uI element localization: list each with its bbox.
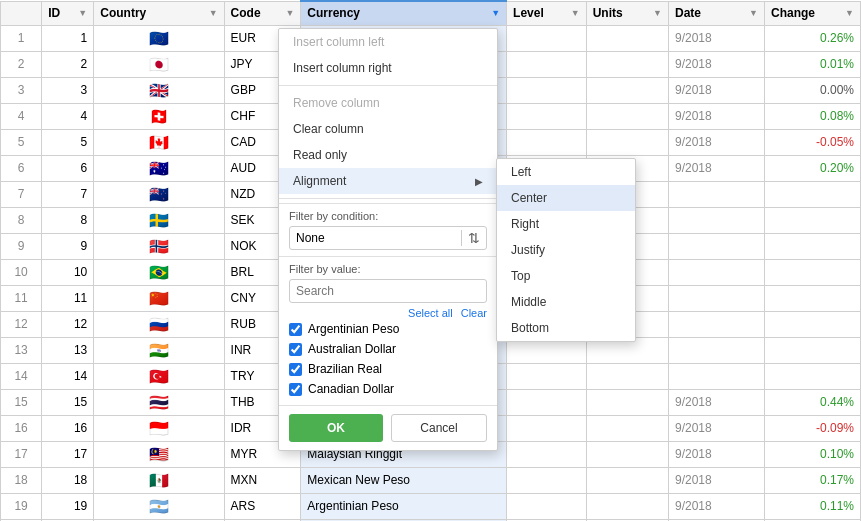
filter-value-section: Filter by value: Select all Clear Argent… [279,256,497,405]
col-header-units[interactable]: Units ▼ [586,1,668,25]
cell-change [765,207,861,233]
cancel-button[interactable]: Cancel [391,414,487,442]
col-header-country[interactable]: Country ▼ [94,1,224,25]
cell-change: 0.10% [765,441,861,467]
cell-flag: 🇦🇷 [94,493,224,519]
cell-rownum: 2 [1,51,42,77]
cell-level [507,493,587,519]
alignment-option-center[interactable]: Center [497,185,635,211]
table-row: 18 18 🇲🇽 MXN Mexican New Peso 9/2018 0.1… [1,467,861,493]
cell-id: 4 [42,103,94,129]
alignment-option-middle[interactable]: Middle [497,289,635,315]
cell-change: 0.11% [765,493,861,519]
menu-item-clear-column[interactable]: Clear column [279,116,497,142]
checkbox-input-2[interactable] [289,363,302,376]
alignment-option-top[interactable]: Top [497,263,635,289]
cell-change: 0.01% [765,51,861,77]
cell-date [668,363,764,389]
col-header-currency[interactable]: Currency ▼ [301,1,507,25]
cell-rownum: 11 [1,285,42,311]
cell-level [507,363,587,389]
cell-units [586,363,668,389]
filter-search-wrapper [289,279,487,303]
cell-flag: 🇸🇪 [94,207,224,233]
cell-date: 9/2018 [668,129,764,155]
sort-icon-change: ▼ [845,8,854,18]
menu-item-alignment[interactable]: Alignment ▶ [279,168,497,194]
sort-icon-id: ▼ [78,8,87,18]
cell-level [507,51,587,77]
sort-icon-country: ▼ [209,8,218,18]
cell-flag: 🇲🇽 [94,467,224,493]
cell-change [765,285,861,311]
clear-link[interactable]: Clear [461,307,487,319]
filter-condition-section: Filter by condition: None ⇅ [279,203,497,256]
col-header-id[interactable]: ID ▼ [42,1,94,25]
cell-date: 9/2018 [668,25,764,51]
cell-level [507,103,587,129]
menu-item-read-only[interactable]: Read only [279,142,497,168]
cell-date [668,311,764,337]
col-header-level[interactable]: Level ▼ [507,1,587,25]
alignment-option-right[interactable]: Right [497,211,635,237]
cell-level [507,77,587,103]
col-header-change[interactable]: Change ▼ [765,1,861,25]
select-arrow-icon[interactable]: ⇅ [461,230,486,246]
table-row: 19 19 🇦🇷 ARS Argentinian Peso 9/2018 0.1… [1,493,861,519]
filter-condition-select[interactable]: None [290,227,461,249]
cell-change: 0.17% [765,467,861,493]
cell-flag: 🇬🇧 [94,77,224,103]
cell-flag: 🇦🇺 [94,155,224,181]
cell-rownum: 16 [1,415,42,441]
alignment-option-bottom[interactable]: Bottom [497,315,635,341]
cell-rownum: 18 [1,467,42,493]
sort-icon-date: ▼ [749,8,758,18]
sort-icon-level: ▼ [571,8,580,18]
cell-date: 9/2018 [668,415,764,441]
select-all-link[interactable]: Select all [408,307,453,319]
ok-button[interactable]: OK [289,414,383,442]
menu-item-insert-left[interactable]: Insert column left [279,29,497,55]
cell-units [586,25,668,51]
cell-change [765,233,861,259]
cell-units [586,441,668,467]
cell-level [507,441,587,467]
cell-change [765,181,861,207]
checkbox-item: Canadian Dollar [289,379,487,399]
cell-flag: 🇳🇴 [94,233,224,259]
menu-separator-1 [279,85,497,86]
menu-item-insert-right[interactable]: Insert column right [279,55,497,81]
checkbox-input-0[interactable] [289,323,302,336]
alignment-option-justify[interactable]: Justify [497,237,635,263]
col-header-date[interactable]: Date ▼ [668,1,764,25]
filter-search-input[interactable] [296,284,480,298]
cell-currency: Mexican New Peso [301,467,507,493]
cell-id: 1 [42,25,94,51]
cell-rownum: 12 [1,311,42,337]
cell-flag: 🇪🇺 [94,25,224,51]
alignment-option-left[interactable]: Left [497,159,635,185]
menu-item-remove-column[interactable]: Remove column [279,90,497,116]
cell-flag: 🇧🇷 [94,259,224,285]
col-header-rownum [1,1,42,25]
cell-change [765,259,861,285]
cell-level [507,467,587,493]
cell-id: 17 [42,441,94,467]
cell-change: 0.26% [765,25,861,51]
cell-id: 18 [42,467,94,493]
cell-units [586,129,668,155]
cell-date: 9/2018 [668,493,764,519]
cell-rownum: 14 [1,363,42,389]
checkbox-input-3[interactable] [289,383,302,396]
col-header-code[interactable]: Code ▼ [224,1,301,25]
cell-date: 9/2018 [668,155,764,181]
cell-date: 9/2018 [668,77,764,103]
cell-units [586,389,668,415]
cell-rownum: 1 [1,25,42,51]
cell-units [586,77,668,103]
cell-id: 5 [42,129,94,155]
cell-rownum: 10 [1,259,42,285]
cell-rownum: 8 [1,207,42,233]
cell-id: 11 [42,285,94,311]
checkbox-input-1[interactable] [289,343,302,356]
